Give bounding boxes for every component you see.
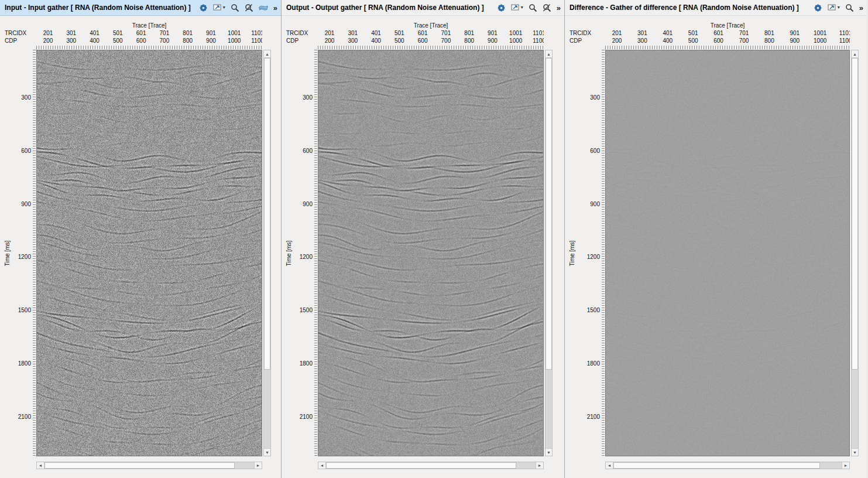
horizontal-scroll-thumb[interactable] [326,462,516,469]
axis-tick-label: 901 [488,30,498,37]
horizontal-scrollbar[interactable]: ◄ ► [36,462,262,469]
scroll-left-arrow[interactable]: ◄ [37,462,44,469]
seismic-plot[interactable] [318,50,544,456]
panel-titlebar: Output - Output gather [ RNA (Random Noi… [282,0,564,16]
axis-tick-label: 500 [113,37,123,45]
panel-toolbar: ▾ [194,2,277,13]
display-mode-dropdown-button[interactable]: ▾ [828,2,840,13]
panel-titlebar: Difference - Gather of difference [ RNA … [565,0,867,16]
seismic-image[interactable] [606,50,849,456]
axis-tick-label: 900 [590,200,600,207]
trace-tick-row: 20130140150160170180190110011101 [318,30,544,37]
vertical-scrollbar[interactable]: ▲ ▼ [851,50,859,456]
axis-tick-label: 300 [590,94,600,101]
trace-ruler [605,46,850,49]
zoom-off-button[interactable] [245,2,253,13]
axis-tick-label: 201 [325,30,335,37]
cdp-tick-row: 20030040050060070080090010001100 [36,37,262,45]
toolbar-overflow-button[interactable]: » [859,2,863,13]
horizontal-scroll-thumb[interactable] [44,462,235,469]
scroll-up-arrow[interactable]: ▲ [545,50,552,58]
zoom-button[interactable] [529,2,537,13]
scroll-up-arrow[interactable]: ▲ [264,50,270,58]
axis-tick-label: 1000 [814,37,826,45]
axis-tick-label: 701 [160,30,170,37]
cdp-row-label: CDP [286,37,299,45]
vertical-scroll-thumb[interactable] [545,58,552,370]
axis-tick-label: 800 [183,37,193,45]
axis-tick-label: 500 [688,37,698,45]
scroll-right-arrow[interactable]: ► [536,462,543,469]
axis-tick-label: 700 [160,37,170,45]
cdp-row-label: CDP [569,37,582,45]
trcidx-row-label: TRCIDX [286,30,308,37]
trace-axis-title: Trace [Trace] [605,22,850,29]
display-mode-dropdown-button[interactable]: ▾ [511,2,523,13]
axis-tick-label: 301 [66,30,76,37]
scroll-left-arrow[interactable]: ◄ [318,462,326,469]
seismic-plot[interactable] [36,50,262,456]
scroll-up-arrow[interactable]: ▲ [852,50,858,58]
scroll-down-arrow[interactable]: ▼ [545,448,552,456]
panel-content: Trace [Trace] TRCIDX CDP 201301401501601… [0,16,281,478]
toolbar-overflow-button[interactable]: » [557,2,561,13]
gear-icon [497,4,506,12]
settings-gear-button[interactable] [199,2,208,13]
seismic-image[interactable] [37,50,262,456]
scroll-left-arrow[interactable]: ◄ [606,462,613,469]
scroll-down-arrow[interactable]: ▼ [852,448,858,456]
scroll-right-arrow[interactable]: ► [254,462,262,469]
layers-button[interactable] [259,2,268,13]
axis-tick-label: 300 [637,37,647,45]
vertical-scroll-thumb[interactable] [852,58,858,370]
panel-output-gather: Output - Output gather [ RNA (Random Noi… [281,0,564,478]
axis-tick-label: 2100 [300,413,313,419]
scroll-down-arrow[interactable]: ▼ [264,448,270,456]
display-mode-dropdown-button[interactable]: ▾ [213,2,225,13]
zoom-button[interactable] [231,2,239,13]
zoom-off-button[interactable] [543,2,551,13]
horizontal-scroll-thumb[interactable] [613,462,820,469]
axis-tick-label: 900 [790,37,800,45]
vertical-scrollbar[interactable]: ▲ ▼ [545,50,553,456]
axis-tick-label: 601 [418,30,428,37]
axis-tick-label: 1000 [509,37,522,45]
axis-tick-label: 1200 [587,254,600,260]
settings-gear-button[interactable] [814,2,822,13]
trace-ruler [318,46,544,49]
axis-tick-label: 1200 [18,254,31,260]
chevron-down-icon: ▾ [838,5,840,10]
seismic-image[interactable] [318,50,543,456]
settings-gear-button[interactable] [497,2,506,13]
axis-tick-label: 300 [66,37,76,45]
axis-tick-label: 200 [43,37,53,45]
horizontal-scrollbar[interactable]: ◄ ► [605,462,850,469]
vertical-scroll-thumb[interactable] [264,58,270,370]
horizontal-scrollbar[interactable]: ◄ ► [318,462,544,469]
magnifier-off-icon [543,4,551,12]
axis-tick-label: 1100 [533,37,544,45]
axis-tick-label: 300 [303,94,313,101]
trace-axis-title: Trace [Trace] [318,22,544,29]
axis-tick-label: 200 [612,37,622,45]
panel-title: Difference - Gather of difference [ RNA … [569,4,799,12]
axis-tick-label: 200 [325,37,335,45]
panel-difference-gather: Difference - Gather of difference [ RNA … [564,0,867,478]
cdp-row-label: CDP [5,37,17,45]
panel-toolbar: ▾ » [492,2,561,13]
panel-input-gather: Input - Input gather [ RNA (Random Noise… [0,0,281,478]
axis-tick-label: 800 [764,37,774,45]
scroll-right-arrow[interactable]: ► [842,462,849,469]
axis-tick-label: 201 [43,30,53,37]
zoom-button[interactable] [845,2,854,13]
toolbar-overflow-button[interactable]: » [273,2,277,13]
cdp-tick-row: 20030040050060070080090010001100 [605,37,850,45]
axis-tick-label: 900 [303,200,313,207]
time-tick-column: 3006009001200150018002100 [282,50,313,456]
seismic-plot[interactable] [605,50,850,456]
axis-tick-label: 1500 [300,307,313,313]
vertical-scrollbar[interactable]: ▲ ▼ [263,50,271,456]
display-mode-icon [511,4,520,12]
time-ruler [314,50,317,456]
gear-icon [199,4,208,12]
